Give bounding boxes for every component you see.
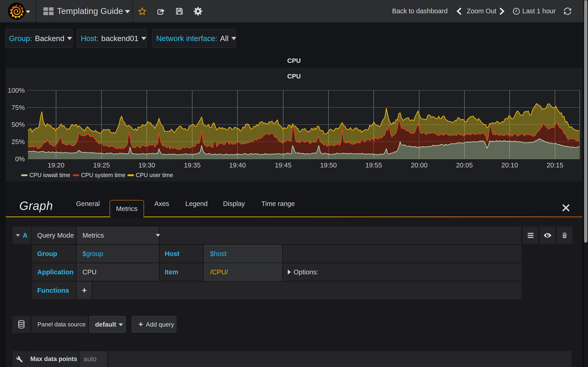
svg-text:0%: 0% [15,155,25,163]
svg-text:20:10: 20:10 [502,161,518,169]
svg-text:25%: 25% [11,138,25,145]
svg-text:19:25: 19:25 [93,161,110,169]
svg-text:19:35: 19:35 [184,161,201,169]
svg-text:100%: 100% [8,87,25,94]
svg-text:19:20: 19:20 [48,161,65,169]
svg-text:19:50: 19:50 [320,161,337,169]
svg-text:75%: 75% [11,104,25,111]
svg-text:19:55: 19:55 [365,161,382,169]
svg-text:50%: 50% [11,121,25,128]
svg-text:19:40: 19:40 [229,161,246,169]
svg-text:20:00: 20:00 [411,161,428,169]
svg-text:20:15: 20:15 [547,161,563,169]
svg-text:20:05: 20:05 [456,161,473,169]
svg-text:19:30: 19:30 [138,161,155,169]
svg-text:19:45: 19:45 [275,161,292,169]
